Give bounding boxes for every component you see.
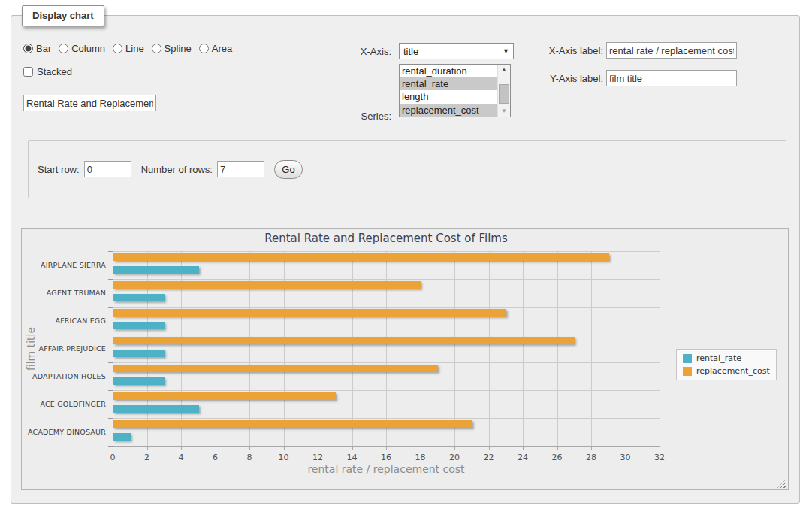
gridline	[113, 335, 660, 335]
rental_rate-bar[interactable]	[113, 350, 165, 357]
x-axis-label-input[interactable]	[606, 42, 737, 59]
display-chart-tab: Display chart	[22, 5, 104, 26]
replacement_cost-bar[interactable]	[113, 392, 336, 400]
x-axis-select[interactable]: title ▼	[399, 43, 514, 59]
rental_rate-bar[interactable]	[113, 294, 165, 301]
replacement_cost-bar[interactable]	[113, 253, 609, 261]
legend-item-replacement_cost[interactable]: replacement_cost	[683, 366, 770, 376]
scroll-down-icon[interactable]: ▼	[498, 106, 510, 117]
y-axis-tick	[108, 279, 113, 280]
rental_rate-bar[interactable]	[113, 266, 199, 274]
x-axis-tick	[454, 447, 455, 450]
column-radio[interactable]	[59, 44, 68, 53]
category-label: ADAPTATION HOLES	[22, 372, 106, 380]
gridline	[113, 251, 660, 252]
chart-title: Rental Rate and Replacement Cost of Film…	[113, 232, 660, 245]
x-axis-tick-label: 24	[510, 453, 536, 462]
chart-legend: rental_ratereplacement_cost	[676, 349, 777, 380]
legend-item-rental_rate[interactable]: rental_rate	[683, 353, 770, 363]
series-option[interactable]: length	[400, 90, 497, 103]
gridline	[113, 418, 660, 419]
x-axis-tick-label: 4	[168, 453, 194, 462]
replacement_cost-bar[interactable]	[113, 337, 575, 344]
radio-label: Line	[125, 43, 144, 54]
gridline	[523, 251, 524, 446]
x-axis-line	[113, 446, 660, 447]
resize-handle-icon[interactable]	[777, 479, 786, 488]
area-radio[interactable]	[199, 44, 209, 53]
radio-option-column[interactable]: Column	[59, 43, 105, 54]
bar-radio[interactable]	[23, 44, 33, 53]
series-select-label: Series:	[312, 111, 391, 122]
series-option-list: rental_duration rental_rate length repla…	[400, 65, 497, 117]
x-axis-tick-label: 32	[647, 453, 672, 462]
y-axis-label-input[interactable]	[606, 70, 737, 86]
series-option[interactable]: rental_rate	[400, 77, 497, 90]
x-axis-tick	[216, 447, 216, 450]
x-axis-tick-label: 6	[203, 453, 228, 462]
replacement_cost-bar[interactable]	[113, 420, 472, 428]
x-axis-tick	[557, 447, 558, 450]
x-axis-tick	[249, 447, 250, 450]
go-button[interactable]: Go	[274, 160, 303, 179]
category-label: AFFAIR PREJUDICE	[22, 344, 106, 353]
replacement_cost-bar[interactable]	[113, 309, 506, 317]
row-controls-panel: Start row: Number of rows: Go	[28, 140, 786, 198]
replacement_cost-bar[interactable]	[113, 365, 438, 372]
radio-option-bar[interactable]: Bar	[23, 43, 51, 54]
gridline	[591, 251, 592, 446]
gridline	[113, 362, 660, 363]
line-radio[interactable]	[113, 44, 122, 53]
legend-swatch-icon	[683, 354, 692, 363]
legend-label: replacement_cost	[696, 366, 770, 376]
x-axis-tick-label: 12	[305, 453, 331, 462]
rental_rate-bar[interactable]	[113, 405, 199, 413]
x-axis-tick-label: 8	[237, 453, 262, 462]
gridline	[489, 251, 490, 446]
number-of-rows-input[interactable]	[217, 161, 264, 177]
legend-label: rental_rate	[696, 353, 741, 363]
x-axis-tick-label: 28	[578, 453, 604, 462]
x-axis-tick-label: 30	[613, 453, 638, 462]
x-axis-tick	[489, 447, 490, 450]
radio-option-spline[interactable]: Spline	[152, 43, 192, 54]
gridline	[557, 251, 558, 446]
x-axis-tick	[147, 447, 148, 450]
gridline	[249, 251, 250, 446]
legend-swatch-icon	[683, 367, 692, 376]
gridline	[421, 251, 421, 446]
stacked-checkbox[interactable]	[23, 67, 33, 77]
rental_rate-bar[interactable]	[113, 322, 165, 329]
scroll-up-icon[interactable]: ▲	[498, 65, 510, 75]
y-axis-tick	[108, 418, 113, 419]
y-axis-tick	[108, 362, 113, 363]
gridline	[626, 251, 626, 446]
series-option[interactable]: rental_duration	[400, 65, 497, 77]
x-axis-tick-label: 20	[442, 453, 467, 462]
x-axis-tick-label: 0	[100, 453, 125, 462]
radio-option-area[interactable]: Area	[199, 43, 232, 54]
y-axis-tick	[108, 251, 113, 252]
start-row-input[interactable]	[84, 161, 131, 177]
x-axis-tick-label: 14	[340, 453, 365, 462]
gridline	[318, 251, 318, 446]
x-axis-tick-label: 18	[408, 453, 433, 462]
x-axis-tick	[181, 447, 182, 450]
chart-title-input[interactable]	[23, 95, 156, 111]
series-option[interactable]: replacement_cost	[400, 104, 497, 117]
gridline	[352, 251, 353, 446]
gridline	[284, 251, 285, 446]
y-axis-label-field-label: Y-Axis label:	[537, 73, 603, 84]
series-multiselect[interactable]: rental_duration rental_rate length repla…	[399, 64, 511, 117]
x-axis-tick-label: 2	[134, 453, 160, 462]
rental_rate-bar[interactable]	[113, 377, 165, 385]
gridline	[181, 251, 182, 446]
radio-option-line[interactable]: Line	[113, 43, 144, 54]
replacement_cost-bar[interactable]	[113, 281, 421, 289]
scrollbar-thumb[interactable]	[499, 84, 509, 104]
spline-radio[interactable]	[152, 44, 161, 53]
scrollbar[interactable]: ▲ ▼	[497, 65, 510, 117]
x-axis-tick-label: 16	[373, 453, 399, 462]
rental_rate-bar[interactable]	[113, 433, 131, 441]
x-axis-tick-label: 22	[476, 453, 502, 462]
